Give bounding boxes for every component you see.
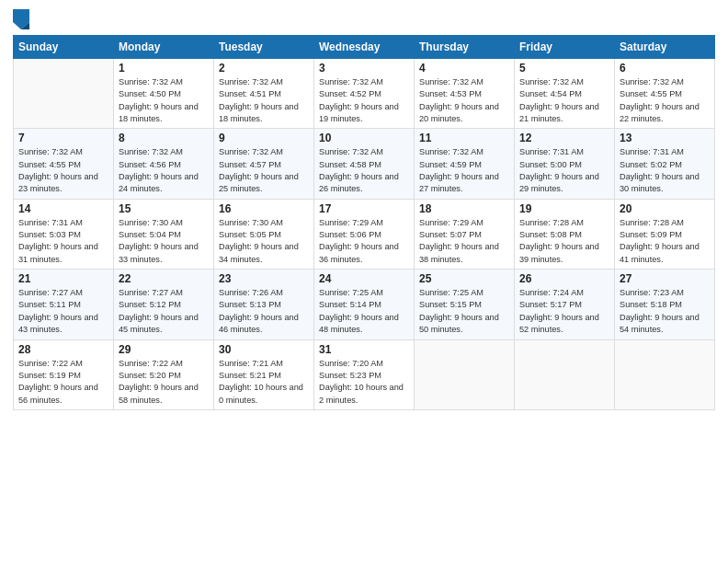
daylight-text: Daylight: 9 hours and 43 minutes. bbox=[18, 313, 98, 334]
day-number: 9 bbox=[219, 132, 309, 144]
day-number: 31 bbox=[319, 343, 409, 356]
daylight-text: Daylight: 9 hours and 45 minutes. bbox=[119, 313, 199, 334]
daylight-text: Daylight: 9 hours and 20 minutes. bbox=[419, 102, 499, 123]
weekday-header-row: SundayMondayTuesdayWednesdayThursdayFrid… bbox=[14, 36, 715, 59]
sunrise-text: Sunrise: 7:32 AM bbox=[18, 147, 83, 156]
sunset-text: Sunset: 4:59 PM bbox=[419, 160, 482, 169]
daylight-text: Daylight: 9 hours and 48 minutes. bbox=[319, 313, 399, 334]
sunset-text: Sunset: 5:08 PM bbox=[519, 230, 582, 239]
calendar-cell: 20 Sunrise: 7:28 AM Sunset: 5:09 PM Dayl… bbox=[615, 199, 715, 269]
daylight-text: Daylight: 9 hours and 24 minutes. bbox=[119, 172, 199, 193]
calendar-cell: 17 Sunrise: 7:29 AM Sunset: 5:06 PM Dayl… bbox=[314, 199, 415, 269]
cell-text: Sunrise: 7:24 AM Sunset: 5:17 PM Dayligh… bbox=[519, 287, 609, 336]
sunrise-text: Sunrise: 7:32 AM bbox=[620, 77, 684, 86]
calendar-cell: 26 Sunrise: 7:24 AM Sunset: 5:17 PM Dayl… bbox=[515, 270, 615, 339]
sunset-text: Sunset: 5:07 PM bbox=[419, 230, 482, 239]
cell-text: Sunrise: 7:31 AM Sunset: 5:02 PM Dayligh… bbox=[620, 146, 710, 195]
day-number: 30 bbox=[219, 343, 309, 356]
calendar-cell: 29 Sunrise: 7:22 AM Sunset: 5:20 PM Dayl… bbox=[114, 339, 214, 409]
day-number: 7 bbox=[18, 132, 108, 144]
calendar-cell: 12 Sunrise: 7:31 AM Sunset: 5:00 PM Dayl… bbox=[515, 129, 615, 199]
cell-text: Sunrise: 7:20 AM Sunset: 5:23 PM Dayligh… bbox=[319, 358, 409, 407]
weekday-header-tuesday: Tuesday bbox=[214, 36, 314, 59]
day-number: 3 bbox=[319, 62, 409, 75]
daylight-text: Daylight: 9 hours and 54 minutes. bbox=[620, 313, 700, 334]
cell-text: Sunrise: 7:32 AM Sunset: 4:55 PM Dayligh… bbox=[18, 146, 108, 195]
sunset-text: Sunset: 4:56 PM bbox=[119, 160, 181, 169]
sunrise-text: Sunrise: 7:28 AM bbox=[620, 218, 684, 227]
daylight-text: Daylight: 9 hours and 56 minutes. bbox=[18, 383, 98, 404]
calendar-cell bbox=[415, 339, 515, 409]
cell-text: Sunrise: 7:32 AM Sunset: 4:51 PM Dayligh… bbox=[219, 76, 309, 125]
daylight-text: Daylight: 9 hours and 18 minutes. bbox=[119, 102, 199, 123]
day-number: 29 bbox=[119, 343, 209, 356]
sunrise-text: Sunrise: 7:32 AM bbox=[119, 77, 183, 86]
day-number: 12 bbox=[519, 132, 609, 144]
cell-text: Sunrise: 7:27 AM Sunset: 5:12 PM Dayligh… bbox=[119, 287, 209, 336]
week-row-2: 7 Sunrise: 7:32 AM Sunset: 4:55 PM Dayli… bbox=[14, 129, 715, 199]
sunset-text: Sunset: 4:53 PM bbox=[419, 89, 482, 98]
cell-text: Sunrise: 7:25 AM Sunset: 5:14 PM Dayligh… bbox=[319, 287, 409, 336]
daylight-text: Daylight: 9 hours and 26 minutes. bbox=[319, 172, 399, 193]
sunset-text: Sunset: 4:50 PM bbox=[119, 89, 181, 98]
sunset-text: Sunset: 4:55 PM bbox=[18, 160, 81, 169]
calendar-cell: 7 Sunrise: 7:32 AM Sunset: 4:55 PM Dayli… bbox=[14, 129, 114, 199]
day-number: 17 bbox=[319, 202, 409, 215]
weekday-header-sunday: Sunday bbox=[14, 36, 114, 59]
sunrise-text: Sunrise: 7:32 AM bbox=[319, 77, 383, 86]
calendar-cell: 30 Sunrise: 7:21 AM Sunset: 5:21 PM Dayl… bbox=[214, 339, 314, 409]
sunrise-text: Sunrise: 7:32 AM bbox=[519, 77, 584, 86]
sunrise-text: Sunrise: 7:31 AM bbox=[620, 147, 684, 156]
cell-text: Sunrise: 7:29 AM Sunset: 5:07 PM Dayligh… bbox=[419, 217, 509, 266]
calendar-cell: 21 Sunrise: 7:27 AM Sunset: 5:11 PM Dayl… bbox=[14, 270, 114, 339]
cell-text: Sunrise: 7:32 AM Sunset: 4:57 PM Dayligh… bbox=[219, 146, 309, 195]
calendar-cell: 22 Sunrise: 7:27 AM Sunset: 5:12 PM Dayl… bbox=[114, 270, 214, 339]
day-number: 23 bbox=[219, 272, 309, 285]
day-number: 19 bbox=[519, 202, 609, 215]
sunrise-text: Sunrise: 7:32 AM bbox=[419, 147, 483, 156]
week-row-3: 14 Sunrise: 7:31 AM Sunset: 5:03 PM Dayl… bbox=[14, 199, 715, 269]
sunrise-text: Sunrise: 7:32 AM bbox=[319, 147, 383, 156]
day-number: 20 bbox=[620, 202, 710, 215]
sunrise-text: Sunrise: 7:31 AM bbox=[519, 147, 584, 156]
cell-text: Sunrise: 7:32 AM Sunset: 4:56 PM Dayligh… bbox=[119, 146, 209, 195]
page: SundayMondayTuesdayWednesdayThursdayFrid… bbox=[0, 0, 728, 563]
sunrise-text: Sunrise: 7:27 AM bbox=[18, 288, 83, 297]
daylight-text: Daylight: 9 hours and 29 minutes. bbox=[519, 172, 599, 193]
day-number: 8 bbox=[119, 132, 209, 144]
calendar-cell bbox=[14, 59, 114, 129]
daylight-text: Daylight: 9 hours and 50 minutes. bbox=[419, 313, 499, 334]
day-number: 28 bbox=[18, 343, 108, 356]
day-number: 24 bbox=[319, 272, 409, 285]
calendar-cell: 15 Sunrise: 7:30 AM Sunset: 5:04 PM Dayl… bbox=[114, 199, 214, 269]
cell-text: Sunrise: 7:32 AM Sunset: 4:59 PM Dayligh… bbox=[419, 146, 509, 195]
sunset-text: Sunset: 4:51 PM bbox=[219, 89, 281, 98]
logo-icon bbox=[13, 9, 29, 29]
daylight-text: Daylight: 10 hours and 0 minutes. bbox=[219, 383, 303, 404]
week-row-1: 1 Sunrise: 7:32 AM Sunset: 4:50 PM Dayli… bbox=[14, 59, 715, 129]
day-number: 18 bbox=[419, 202, 509, 215]
sunset-text: Sunset: 5:02 PM bbox=[620, 160, 682, 169]
calendar-cell: 13 Sunrise: 7:31 AM Sunset: 5:02 PM Dayl… bbox=[615, 129, 715, 199]
cell-text: Sunrise: 7:23 AM Sunset: 5:18 PM Dayligh… bbox=[620, 287, 710, 336]
calendar-cell: 8 Sunrise: 7:32 AM Sunset: 4:56 PM Dayli… bbox=[114, 129, 214, 199]
sunrise-text: Sunrise: 7:23 AM bbox=[620, 288, 684, 297]
cell-text: Sunrise: 7:32 AM Sunset: 4:54 PM Dayligh… bbox=[519, 76, 609, 125]
sunrise-text: Sunrise: 7:32 AM bbox=[219, 77, 283, 86]
sunrise-text: Sunrise: 7:29 AM bbox=[419, 218, 483, 227]
day-number: 16 bbox=[219, 202, 309, 215]
calendar-cell: 27 Sunrise: 7:23 AM Sunset: 5:18 PM Dayl… bbox=[615, 270, 715, 339]
daylight-text: Daylight: 9 hours and 18 minutes. bbox=[219, 102, 299, 123]
sunset-text: Sunset: 5:04 PM bbox=[119, 230, 181, 239]
daylight-text: Daylight: 9 hours and 19 minutes. bbox=[319, 102, 399, 123]
day-number: 10 bbox=[319, 132, 409, 144]
day-number: 22 bbox=[119, 272, 209, 285]
sunrise-text: Sunrise: 7:29 AM bbox=[319, 218, 383, 227]
header bbox=[13, 9, 715, 29]
week-row-5: 28 Sunrise: 7:22 AM Sunset: 5:19 PM Dayl… bbox=[14, 339, 715, 409]
daylight-text: Daylight: 9 hours and 58 minutes. bbox=[119, 383, 199, 404]
day-number: 11 bbox=[419, 132, 509, 144]
calendar-cell bbox=[515, 339, 615, 409]
cell-text: Sunrise: 7:21 AM Sunset: 5:21 PM Dayligh… bbox=[219, 358, 309, 407]
sunrise-text: Sunrise: 7:21 AM bbox=[219, 359, 283, 368]
